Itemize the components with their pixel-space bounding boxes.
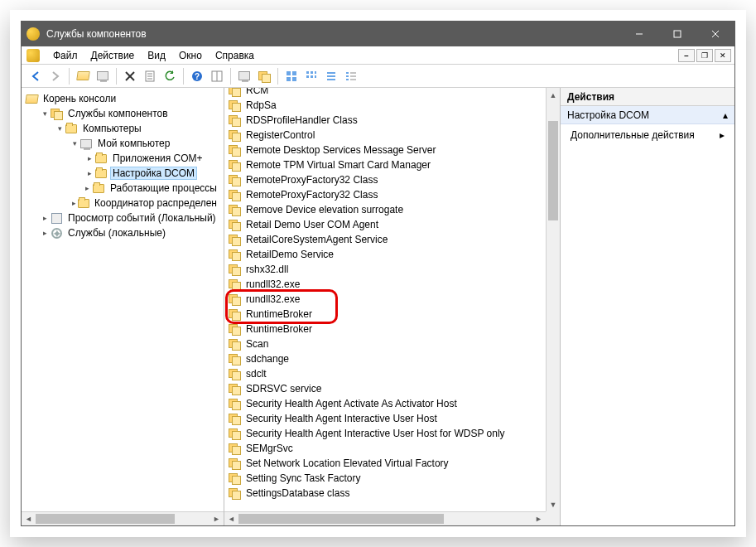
nav-forward-button[interactable] xyxy=(46,67,65,85)
list-vscrollbar[interactable]: ▲ ▼ xyxy=(546,88,560,511)
close-button[interactable] xyxy=(696,22,734,46)
mdi-minimize[interactable]: ‒ xyxy=(678,49,695,62)
list-item[interactable]: sdclt xyxy=(228,366,546,381)
tree-node[interactable]: ▸Службы (локальные) xyxy=(22,225,224,240)
tree-node[interactable]: ▸Координатор распределен xyxy=(22,196,224,211)
chevron-right-icon[interactable]: ▸ xyxy=(40,229,50,237)
menubar: Файл Действие Вид Окно Справка ‒ ❐ ✕ xyxy=(22,46,734,65)
list-item[interactable]: rundll32.exe xyxy=(228,292,546,307)
actions-section[interactable]: Настройка DCOM ▴ xyxy=(561,106,734,124)
component-icon xyxy=(228,307,241,321)
list-item-label: Security Health Agent Interactive User H… xyxy=(246,428,505,439)
menu-view[interactable]: Вид xyxy=(141,48,172,63)
maximize-button[interactable] xyxy=(658,22,696,46)
list-item[interactable]: RuntimeBroker xyxy=(228,307,546,322)
list-item[interactable]: SettingsDatabase class xyxy=(228,486,546,501)
list-item[interactable]: RetailCoreSystemAgent Service xyxy=(228,232,546,247)
chevron-right-icon[interactable]: ▸ xyxy=(84,154,94,162)
list-item[interactable]: sdchange xyxy=(228,351,546,366)
view-large-button[interactable] xyxy=(282,67,301,85)
tree-node[interactable]: ▸Просмотр событий (Локальный) xyxy=(22,211,224,225)
tree-node[interactable]: ▾Мой компьютер xyxy=(22,136,224,151)
list-item[interactable]: RuntimeBroker xyxy=(228,322,546,336)
props-button[interactable] xyxy=(141,67,159,85)
view-small-button[interactable] xyxy=(302,67,320,85)
refresh-button[interactable] xyxy=(161,67,179,85)
chevron-down-icon[interactable]: ▾ xyxy=(70,139,79,148)
mdi-restore[interactable]: ❐ xyxy=(696,49,713,62)
list-item[interactable]: Remote TPM Virtual Smart Card Manager xyxy=(228,157,546,172)
tree-node[interactable]: ▾Службы компонентов xyxy=(22,106,224,121)
component-icon xyxy=(228,88,241,97)
hscroll-thumb[interactable] xyxy=(238,514,444,524)
scroll-left-button[interactable]: ◄ xyxy=(22,512,36,525)
list-item[interactable]: RdpSa xyxy=(228,98,546,113)
list-item[interactable]: Remote Desktop Services Message Server xyxy=(228,143,546,157)
list-item[interactable]: rundll32.exe xyxy=(228,277,546,292)
minimize-button[interactable] xyxy=(620,22,658,46)
hscroll-thumb[interactable] xyxy=(36,514,175,524)
list-item-label: Security Health Agent Activate As Activa… xyxy=(246,398,457,409)
list-item[interactable]: SEMgrSvc xyxy=(228,441,546,456)
view-list-button[interactable] xyxy=(322,67,340,85)
menu-file[interactable]: Файл xyxy=(46,48,84,63)
help-button[interactable]: ? xyxy=(188,67,206,85)
tree-node[interactable]: ▸Приложения COM+ xyxy=(22,151,224,166)
view-status-button[interactable] xyxy=(208,67,226,85)
component-icon xyxy=(228,203,241,216)
scroll-right-button[interactable]: ► xyxy=(209,512,224,525)
tree-node[interactable]: ▸Работающие процессы xyxy=(22,181,224,196)
list-item[interactable]: Security Health Agent Activate As Activa… xyxy=(228,396,546,411)
mdi-close[interactable]: ✕ xyxy=(715,49,731,62)
list-item[interactable]: RDSProfileHandler Class xyxy=(228,113,546,128)
list-item[interactable]: Set Network Location Elevated Virtual Fa… xyxy=(228,456,546,471)
chevron-down-icon[interactable]: ▾ xyxy=(55,124,65,133)
list-item[interactable]: RetailDemo Service xyxy=(228,247,546,262)
nav-back-button[interactable] xyxy=(26,67,45,85)
view-computer-button[interactable] xyxy=(235,67,253,85)
toolbar-separator xyxy=(277,68,278,85)
list-item[interactable]: RegisterControl xyxy=(228,128,546,143)
list-item[interactable]: Security Health Agent Interactive User H… xyxy=(228,426,546,441)
delete-button[interactable] xyxy=(121,67,139,85)
vscroll-thumb[interactable] xyxy=(548,121,558,220)
view-detail-button[interactable] xyxy=(342,67,360,85)
menu-help[interactable]: Справка xyxy=(209,48,261,63)
component-icon xyxy=(228,278,241,291)
tree-hscrollbar[interactable]: ◄ ► xyxy=(22,511,224,525)
properties-button[interactable] xyxy=(94,67,112,85)
menu-window[interactable]: Окно xyxy=(172,48,209,63)
component-icon xyxy=(228,158,241,172)
scroll-up-button[interactable]: ▲ xyxy=(547,88,560,102)
tree-node[interactable]: ▸Настройка DCOM xyxy=(22,166,224,181)
list-item[interactable]: rshx32.dll xyxy=(228,262,546,277)
actions-more-row[interactable]: Дополнительные действия ▸ xyxy=(561,124,734,146)
list-item[interactable]: Scan xyxy=(228,336,546,351)
chevron-right-icon[interactable]: ▸ xyxy=(70,199,78,207)
list-item[interactable]: RCM xyxy=(228,88,546,98)
chevron-right-icon[interactable]: ▸ xyxy=(40,214,50,222)
list-item[interactable]: SDRSVC service xyxy=(228,381,546,396)
scroll-right-button[interactable]: ► xyxy=(532,512,546,525)
tree-node[interactable]: ▾Компьютеры xyxy=(22,121,224,136)
list-hscrollbar[interactable]: ◄ ► xyxy=(224,511,546,525)
chevron-down-icon[interactable]: ▾ xyxy=(40,109,50,118)
arrow-left-icon xyxy=(30,70,41,82)
chevron-right-icon[interactable]: ▸ xyxy=(83,184,93,192)
chevron-right-icon[interactable]: ▸ xyxy=(84,169,94,177)
list-item[interactable]: Setting Sync Task Factory xyxy=(228,471,546,486)
show-hide-tree-button[interactable] xyxy=(74,67,92,85)
tree-root[interactable]: Корень консоли xyxy=(22,91,224,106)
component-icon xyxy=(228,173,241,186)
list-item[interactable]: Security Health Agent Interactive User H… xyxy=(228,411,546,426)
list-item[interactable]: RemoteProxyFactory32 Class xyxy=(228,172,546,187)
gear-icon xyxy=(50,226,63,240)
list-item[interactable]: Retail Demo User COM Agent xyxy=(228,217,546,232)
list-item-label: RuntimeBroker xyxy=(246,323,312,335)
list-item[interactable]: RemoteProxyFactory32 Class xyxy=(228,187,546,202)
menu-action[interactable]: Действие xyxy=(84,48,142,63)
scroll-down-button[interactable]: ▼ xyxy=(547,497,560,511)
scroll-left-button[interactable]: ◄ xyxy=(224,512,238,525)
view-app-button[interactable] xyxy=(255,67,273,85)
list-item[interactable]: Remove Device elevation surrogate xyxy=(228,202,546,217)
